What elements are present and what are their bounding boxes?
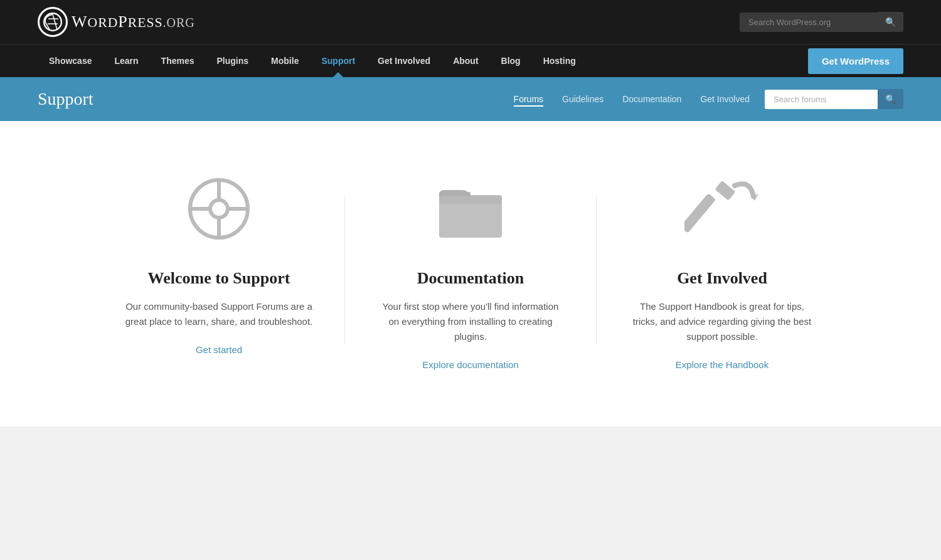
welcome-card: Welcome to Support Our community-based S…	[93, 171, 344, 370]
support-link-forums[interactable]: Forums	[514, 94, 543, 107]
documentation-icon	[433, 171, 508, 246]
support-title: Support	[38, 89, 93, 109]
svg-point-3	[210, 200, 228, 218]
support-header: Support Forums Guidelines Documentation …	[0, 77, 941, 121]
nav-link-blog[interactable]: Blog	[490, 45, 532, 77]
support-search-area: 🔍	[765, 89, 903, 109]
nav-link-get-involved[interactable]: Get Involved	[366, 45, 442, 77]
nav-item-themes[interactable]: Themes	[150, 45, 206, 77]
top-search-button[interactable]: 🔍	[878, 12, 903, 32]
nav-link-showcase[interactable]: Showcase	[38, 45, 103, 77]
welcome-card-description: Our community-based Support Forums are a…	[125, 299, 313, 329]
top-search-input[interactable]	[740, 13, 878, 32]
site-name: WordPressWordPress.org.ORG	[72, 13, 195, 31]
main-nav-links: Showcase Learn Themes Plugins Mobile Sup…	[38, 45, 587, 77]
nav-link-support[interactable]: Support	[310, 45, 366, 77]
support-nav-links: Forums Guidelines Documentation Get Invo…	[514, 93, 750, 105]
support-nav-documentation[interactable]: Documentation	[622, 93, 681, 105]
nav-item-get-involved[interactable]: Get Involved	[366, 45, 442, 77]
support-search-input[interactable]	[765, 90, 878, 109]
nav-item-learn[interactable]: Learn	[103, 45, 149, 77]
site-logo[interactable]: WordPressWordPress.org.ORG	[38, 7, 195, 37]
svg-rect-11	[715, 181, 735, 201]
nav-item-hosting[interactable]: Hosting	[532, 45, 587, 77]
nav-item-about[interactable]: About	[442, 45, 489, 77]
nav-item-mobile[interactable]: Mobile	[260, 45, 310, 77]
support-nav-get-involved[interactable]: Get Involved	[700, 93, 750, 105]
svg-rect-12	[684, 193, 716, 233]
nav-link-themes[interactable]: Themes	[150, 45, 206, 77]
nav-item-blog[interactable]: Blog	[490, 45, 532, 77]
welcome-icon	[181, 171, 257, 246]
nav-item-support[interactable]: Support	[310, 45, 366, 77]
top-bar: WordPressWordPress.org.ORG 🔍	[0, 0, 941, 44]
support-link-documentation[interactable]: Documentation	[622, 94, 681, 104]
get-involved-card-description: The Support Handbook is great for tips, …	[628, 299, 816, 344]
support-link-guidelines[interactable]: Guidelines	[562, 94, 603, 104]
nav-link-plugins[interactable]: Plugins	[206, 45, 260, 77]
nav-link-about[interactable]: About	[442, 45, 489, 77]
main-content: Welcome to Support Our community-based S…	[0, 121, 941, 426]
nav-item-showcase[interactable]: Showcase	[38, 45, 103, 77]
support-link-get-involved[interactable]: Get Involved	[700, 94, 750, 104]
wordpress-logo-icon	[38, 7, 68, 37]
get-involved-icon	[684, 171, 760, 246]
documentation-card-title: Documentation	[417, 269, 524, 288]
support-nav-forums[interactable]: Forums	[514, 93, 543, 105]
support-nav-guidelines[interactable]: Guidelines	[562, 93, 603, 105]
welcome-card-title: Welcome to Support	[148, 269, 290, 288]
svg-rect-10	[439, 196, 502, 204]
support-search-button[interactable]: 🔍	[878, 89, 903, 109]
documentation-card-link[interactable]: Explore documentation	[422, 359, 518, 370]
get-involved-card-link[interactable]: Explore the Handbook	[676, 359, 768, 370]
welcome-card-link[interactable]: Get started	[196, 344, 242, 355]
main-nav: Showcase Learn Themes Plugins Mobile Sup…	[0, 44, 941, 77]
nav-link-hosting[interactable]: Hosting	[532, 45, 587, 77]
get-wordpress-button[interactable]: Get WordPress	[808, 48, 903, 74]
get-involved-card: Get Involved The Support Handbook is gre…	[597, 171, 848, 370]
nav-item-plugins[interactable]: Plugins	[206, 45, 260, 77]
documentation-card-description: Your first stop where you'll find inform…	[376, 299, 565, 344]
documentation-card: Documentation Your first stop where you'…	[345, 171, 596, 370]
nav-link-mobile[interactable]: Mobile	[260, 45, 310, 77]
nav-link-learn[interactable]: Learn	[103, 45, 149, 77]
top-search-area: 🔍	[740, 12, 903, 32]
get-involved-card-title: Get Involved	[677, 269, 767, 288]
